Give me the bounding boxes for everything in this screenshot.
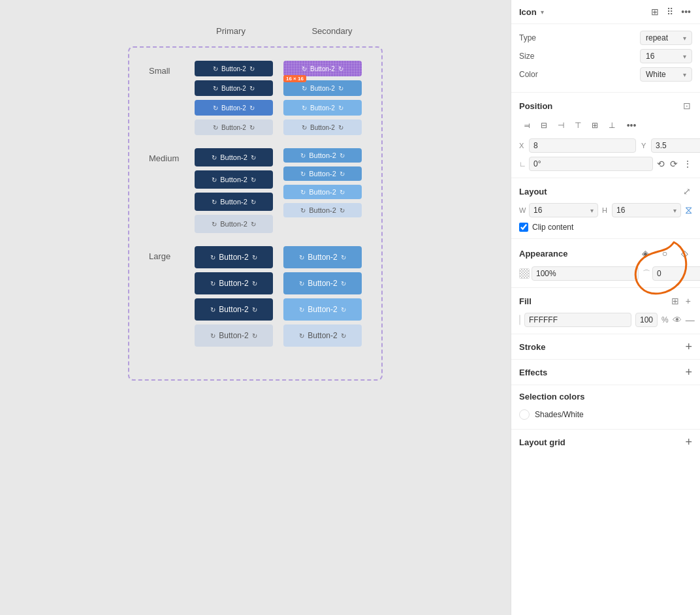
sel-color-item-shades: Shades/White <box>519 407 692 422</box>
refresh-icon-left: ↻ <box>213 124 218 131</box>
grid-icon-btn[interactable]: ⠿ <box>665 5 675 18</box>
opacity-input-group <box>519 266 639 281</box>
btn-label: Button-2 <box>219 279 248 288</box>
small-secondary-btn-4[interactable]: ↻ Button-2 ↻ <box>283 119 362 135</box>
corner-input[interactable] <box>652 266 700 281</box>
position-section: Position ⊡ ⫤ ⊟ ⊣ ⊤ ⊞ ⊥ ••• X Y ∟ <box>511 93 700 178</box>
layout-section: Layout ⤢ W 16 ▾ H 16 ▾ ⧖ Clip conte <box>511 178 700 239</box>
clip-row: Clip content <box>519 223 692 232</box>
type-value: repeat <box>646 33 668 42</box>
stroke-add-btn[interactable]: + <box>685 341 692 353</box>
h-value: 16 <box>616 206 625 215</box>
large-secondary-btn-3[interactable]: ↻ Button-2 ↻ <box>283 298 362 321</box>
align-buttons: ⫤ ⊟ ⊣ ⊤ ⊞ ⊥ ••• <box>519 118 692 133</box>
refresh-icon-right: ↻ <box>338 85 343 92</box>
align-center-v-btn[interactable]: ⊞ <box>587 118 603 133</box>
btn-label: Button-2 <box>309 151 336 159</box>
large-primary-btn-2[interactable]: ↻ Button-2 ↻ <box>195 272 273 294</box>
sel-title: Selection colors <box>519 392 584 402</box>
width-group: W 16 ▾ <box>519 203 598 217</box>
align-top-btn[interactable]: ⊤ <box>570 118 586 133</box>
rotation-row: ∟ ⟲ ⟳ ⋮ <box>519 157 692 171</box>
fill-grid-btn[interactable]: ⊞ <box>670 294 680 308</box>
refresh-icon-left: ↻ <box>302 124 307 131</box>
small-secondary-btn-1[interactable]: ↻ Button-2 ↻ <box>283 61 362 76</box>
medium-primary-btn-2[interactable]: ↻ Button-2 ↻ <box>195 170 273 189</box>
x-label: X <box>519 142 527 150</box>
appearance-section: Appearance ◈ ○ ◇ ⌒ ⤢ <box>511 239 700 288</box>
component-icon-btn[interactable]: ⊞ <box>650 5 660 18</box>
size-badge: 16 × 16 <box>283 75 306 82</box>
align-bottom-btn[interactable]: ⊥ <box>604 118 620 133</box>
selection-colors-section: Selection colors Shades/White <box>511 385 700 430</box>
opacity-input[interactable] <box>532 266 639 281</box>
medium-secondary-btn-2[interactable]: ↻ Button-2 ↻ <box>283 166 362 181</box>
medium-secondary-btn-3[interactable]: ↻ Button-2 ↻ <box>283 185 362 199</box>
align-center-h-btn[interactable]: ⊟ <box>536 118 552 133</box>
small-primary-btn-4[interactable]: ↻ Button-2 ↻ <box>195 119 273 135</box>
shades-white-label: Shades/White <box>535 410 584 419</box>
appearance-icons: ◈ ○ ◇ <box>637 245 692 261</box>
small-secondary-btn-2[interactable]: 16 × 16 ↻ Button-2 ↻ <box>283 80 362 96</box>
fill-opacity-input[interactable] <box>635 313 658 327</box>
corner-radius-icon: ⌒ <box>643 268 650 279</box>
color-select[interactable]: White ▾ <box>640 67 692 82</box>
type-select[interactable]: repeat ▾ <box>640 31 692 45</box>
large-primary-btn-3[interactable]: ↻ Button-2 ↻ <box>195 298 273 321</box>
size-label: Size <box>519 52 534 61</box>
w-select[interactable]: 16 ▾ <box>529 203 598 217</box>
large-secondary-btn-4[interactable]: ↻ Button-2 ↻ <box>283 324 362 347</box>
drop-icon-btn[interactable]: ◇ <box>676 245 692 261</box>
rotation-input[interactable] <box>529 157 653 171</box>
layout-grid-section: Layout grid + <box>511 430 700 454</box>
icon-title-row: Icon ▾ <box>519 7 544 17</box>
constrain-btn[interactable]: ⋮ <box>683 159 692 169</box>
large-primary-btn-1[interactable]: ↻ Button-2 ↻ <box>195 246 273 268</box>
fill-color-swatch[interactable] <box>519 315 520 325</box>
shades-white-swatch[interactable] <box>519 409 530 420</box>
medium-secondary-btn-1[interactable]: ↻ Button-2 ↻ <box>283 148 362 163</box>
large-secondary-btn-2[interactable]: ↻ Button-2 ↻ <box>283 272 362 294</box>
pen-icon-btn[interactable]: ○ <box>657 245 673 261</box>
paint-bucket-icon-btn[interactable]: ◈ <box>637 245 653 261</box>
large-primary-btn-4[interactable]: ↻ Button-2 ↻ <box>195 324 273 347</box>
position-expand-btn[interactable]: ⊡ <box>682 99 692 112</box>
clip-content-checkbox[interactable] <box>519 223 528 232</box>
primary-column-header: Primary <box>192 26 270 36</box>
layout-grid-add-btn[interactable]: + <box>685 436 692 448</box>
fill-add-btn[interactable]: + <box>684 294 692 308</box>
layout-expand-btn[interactable]: ⤢ <box>682 185 692 198</box>
rotation-input-group: ∟ <box>519 157 653 171</box>
effects-add-btn[interactable]: + <box>685 366 692 378</box>
small-buttons-row: ↻ Button-2 ↻ ↻ Button-2 ↻ ↻ Button-2 <box>195 61 362 135</box>
fill-hide-btn[interactable]: 👁 <box>673 315 682 325</box>
align-more-btn[interactable]: ••• <box>624 118 639 133</box>
large-secondary-btn-1[interactable]: ↻ Button-2 ↻ <box>283 246 362 268</box>
medium-secondary-btn-4[interactable]: ↻ Button-2 ↻ <box>283 203 362 217</box>
align-right-btn[interactable]: ⊣ <box>553 118 569 133</box>
small-secondary-btn-3[interactable]: ↻ Button-2 ↻ <box>283 100 362 116</box>
more-icon-btn[interactable]: ••• <box>680 5 692 18</box>
flip-v-btn[interactable]: ⟳ <box>670 159 678 169</box>
size-select[interactable]: 16 ▾ <box>640 49 692 63</box>
medium-primary-btn-3[interactable]: ↻ Button-2 ↻ <box>195 193 273 211</box>
link-proportions-icon[interactable]: ⧖ <box>685 204 692 216</box>
btn-label: Button-2 <box>309 188 336 196</box>
flip-h-btn[interactable]: ⟲ <box>657 159 665 169</box>
small-primary-btn-2[interactable]: ↻ Button-2 ↻ <box>195 80 273 96</box>
btn-label: Button-2 <box>308 305 337 314</box>
h-select[interactable]: 16 ▾ <box>612 203 681 217</box>
x-input[interactable] <box>529 138 636 153</box>
btn-label: Button-2 <box>308 279 337 288</box>
small-primary-column: ↻ Button-2 ↻ ↻ Button-2 ↻ ↻ Button-2 <box>195 61 273 135</box>
align-left-btn[interactable]: ⫤ <box>519 118 535 133</box>
layout-title: Layout <box>519 187 547 197</box>
small-primary-btn-1[interactable]: ↻ Button-2 ↻ <box>195 61 273 76</box>
effects-title: Effects <box>519 368 547 377</box>
hex-input[interactable] <box>524 313 631 327</box>
small-primary-btn-3[interactable]: ↻ Button-2 ↻ <box>195 100 273 116</box>
fill-remove-btn[interactable]: — <box>686 315 695 325</box>
y-input[interactable] <box>651 138 700 153</box>
medium-primary-btn-4[interactable]: ↻ Button-2 ↻ <box>195 215 273 233</box>
medium-primary-btn-1[interactable]: ↻ Button-2 ↻ <box>195 148 273 166</box>
